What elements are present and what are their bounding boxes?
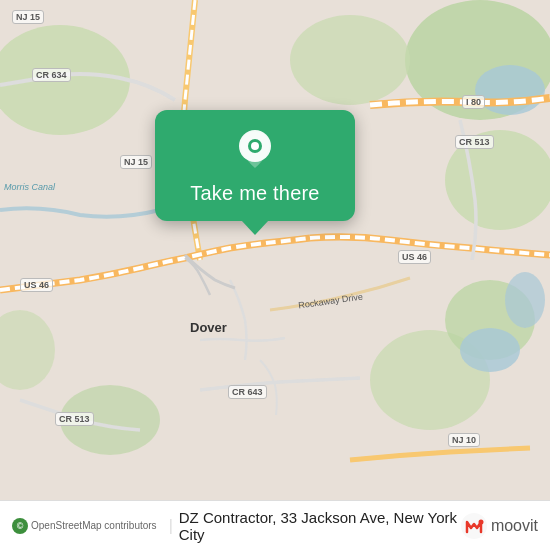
bottom-bar: © OpenStreetMap contributors | DZ Contra… [0,500,550,550]
svg-point-9 [475,65,545,115]
popup-bubble: Take me there [155,110,355,221]
osm-attribution: © OpenStreetMap contributors [12,518,157,534]
moovit-icon [460,512,488,540]
separator: | [169,517,173,535]
svg-point-8 [290,15,410,105]
moovit-name: moovit [491,517,538,535]
take-me-there-button[interactable]: Take me there [190,182,319,205]
svg-point-15 [251,142,259,150]
svg-text:Dover: Dover [190,320,227,335]
osm-text: OpenStreetMap contributors [31,520,157,531]
location-pin-icon [233,128,277,172]
svg-point-3 [445,130,550,230]
map-svg: Dover [0,0,550,500]
svg-point-10 [460,328,520,372]
destination-text: DZ Contractor, 33 Jackson Ave, New York … [179,509,460,543]
map-container: Dover NJ 15 CR 634 NJ 15 I 80 CR 513 US … [0,0,550,500]
svg-point-17 [478,519,483,524]
osm-circle: © [12,518,28,534]
svg-point-11 [505,272,545,328]
moovit-logo: moovit [460,512,538,540]
